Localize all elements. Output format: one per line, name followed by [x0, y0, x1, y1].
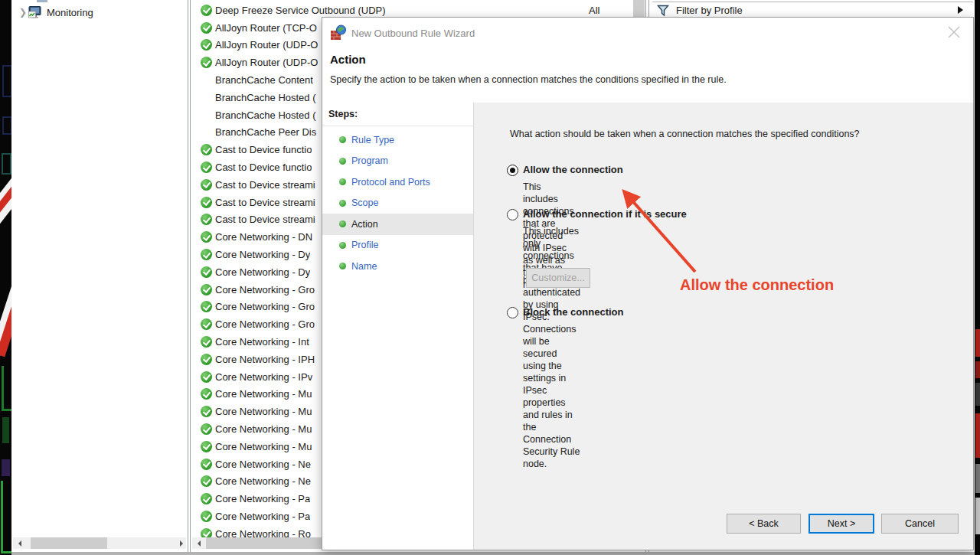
rule-name: Core Networking - Int	[215, 336, 309, 348]
back-button[interactable]: < Back	[727, 514, 801, 534]
action-question: What action should be taken when a conne…	[510, 129, 860, 139]
enabled-check-icon	[201, 22, 212, 34]
tree-horizontal-scrollbar[interactable]	[13, 537, 186, 549]
step-bullet-icon	[339, 200, 346, 207]
option-label[interactable]: Allow the connection if it is secure	[523, 208, 687, 220]
enabled-check-icon	[201, 318, 212, 330]
step-label[interactable]: Profile	[351, 240, 378, 250]
enabled-check-icon	[201, 214, 212, 225]
wallpaper-fragment	[975, 329, 980, 357]
wizard-step-action[interactable]: Action	[322, 214, 473, 235]
steps-label: Steps:	[328, 109, 358, 119]
rule-name: Core Networking - Mu	[215, 441, 312, 452]
rule-name: Core Networking - Gro	[215, 318, 315, 330]
wallpaper-fragment	[1, 481, 11, 553]
rule-name: Core Networking - Pa	[215, 493, 310, 504]
step-bullet-icon	[339, 242, 346, 249]
enabled-check-icon	[201, 284, 212, 295]
desktop-right-strip	[975, 0, 980, 555]
new-outbound-rule-wizard-dialog: New Outbound Rule Wizard Action Specify …	[322, 17, 974, 550]
enabled-check-icon	[201, 336, 212, 348]
wizard-step-protocol-and-ports[interactable]: Protocol and Ports	[322, 171, 473, 193]
wallpaper-fragment	[975, 464, 980, 493]
wizard-steps-panel: Steps: Rule TypeProgramProtocol and Port…	[322, 103, 474, 550]
scroll-left-arrow[interactable]	[13, 537, 24, 549]
close-icon[interactable]	[946, 24, 962, 41]
rule-name: Core Networking - DN	[215, 231, 312, 243]
icon-placeholder	[201, 109, 212, 121]
rule-name: Cast to Device functio	[215, 144, 312, 155]
option-label[interactable]: Block the connection	[523, 306, 623, 318]
tree-item-monitoring[interactable]: ❯ Monitoring	[11, 5, 93, 20]
enabled-check-icon	[201, 197, 212, 208]
rule-name: Core Networking - Pa	[215, 511, 310, 522]
enabled-check-icon	[201, 388, 212, 400]
radio-allow-if-secure[interactable]	[507, 209, 518, 220]
wallpaper-fragment	[2, 153, 11, 175]
enabled-check-icon	[201, 231, 212, 243]
rule-name: Core Networking - Mu	[215, 406, 312, 417]
rule-name: Core Networking - Dy	[215, 249, 310, 260]
step-label[interactable]: Action	[351, 219, 378, 230]
scroll-left-arrow[interactable]	[192, 537, 204, 549]
icon-placeholder	[201, 74, 212, 86]
rule-name: Core Networking - Ne	[215, 475, 311, 487]
chevron-right-icon[interactable]: ❯	[19, 7, 28, 18]
step-bullet-icon	[339, 158, 346, 165]
rule-name: Core Networking - IPv	[215, 371, 312, 383]
screen: ❯ Monitoring Deep Freeze Service Outbo	[0, 0, 980, 555]
filter-by-profile-item[interactable]: Filter by Profile	[649, 3, 975, 18]
rule-name: Cast to Device streami	[215, 214, 315, 225]
wizard-step-name[interactable]: Name	[322, 256, 473, 277]
rule-name: BranchCache Hosted (	[215, 92, 316, 103]
wallpaper-fragment	[975, 413, 980, 458]
rule-name: Cast to Device streami	[215, 197, 315, 208]
rule-name: Core Networking - Gro	[215, 284, 315, 295]
enabled-check-icon	[201, 371, 212, 383]
firewall-globe-icon	[330, 24, 347, 41]
enabled-check-icon	[201, 406, 212, 417]
rule-name: Core Networking - Gro	[215, 301, 315, 312]
wizard-step-profile[interactable]: Profile	[322, 235, 473, 256]
radio-allow-connection[interactable]	[507, 165, 518, 176]
tree-item-label: Monitoring	[47, 7, 93, 18]
wallpaper-fragment	[975, 498, 980, 534]
option-label[interactable]: Allow the connection	[523, 164, 623, 175]
enabled-check-icon	[201, 354, 212, 365]
scroll-right-arrow[interactable]	[175, 537, 186, 549]
enabled-check-icon	[201, 179, 212, 191]
step-label[interactable]: Name	[351, 261, 377, 272]
enabled-check-icon	[201, 266, 212, 278]
rule-name: BranchCache Content	[215, 74, 313, 86]
step-label[interactable]: Program	[351, 155, 388, 166]
wizard-page-description: Specify the action to be taken when a co…	[330, 74, 727, 85]
enabled-check-icon	[201, 39, 212, 51]
step-label[interactable]: Scope	[351, 198, 378, 208]
enabled-check-icon	[201, 162, 212, 173]
status-strip	[11, 552, 975, 555]
filter-by-profile-label: Filter by Profile	[676, 5, 743, 16]
wizard-page-heading: Action	[330, 53, 366, 66]
wizard-step-rule-type[interactable]: Rule Type	[322, 129, 473, 151]
monitor-icon	[28, 6, 42, 18]
rule-name: BranchCache Hosted (	[215, 109, 316, 121]
step-label[interactable]: Protocol and Ports	[351, 177, 430, 188]
radio-block-connection[interactable]	[507, 307, 518, 318]
enabled-check-icon	[201, 57, 212, 68]
step-label[interactable]: Rule Type	[351, 135, 394, 145]
wallpaper-fragment	[2, 65, 11, 97]
wizard-header: New Outbound Rule Wizard Action Specify …	[322, 18, 973, 103]
wizard-step-program[interactable]: Program	[322, 151, 473, 172]
wallpaper-fragment	[975, 361, 980, 378]
rule-name: Core Networking - Dy	[215, 266, 310, 278]
cancel-button[interactable]: Cancel	[881, 514, 959, 534]
scrollbar-thumb[interactable]	[31, 537, 107, 549]
wizard-step-scope[interactable]: Scope	[322, 193, 473, 214]
wallpaper-fragment	[2, 116, 11, 135]
next-button[interactable]: Next >	[808, 514, 874, 534]
enabled-check-icon	[201, 5, 212, 16]
step-bullet-icon	[339, 263, 346, 269]
enabled-check-icon	[201, 511, 212, 522]
enabled-check-icon	[201, 441, 212, 452]
rule-name: AllJoyn Router (TCP-O	[215, 22, 317, 34]
